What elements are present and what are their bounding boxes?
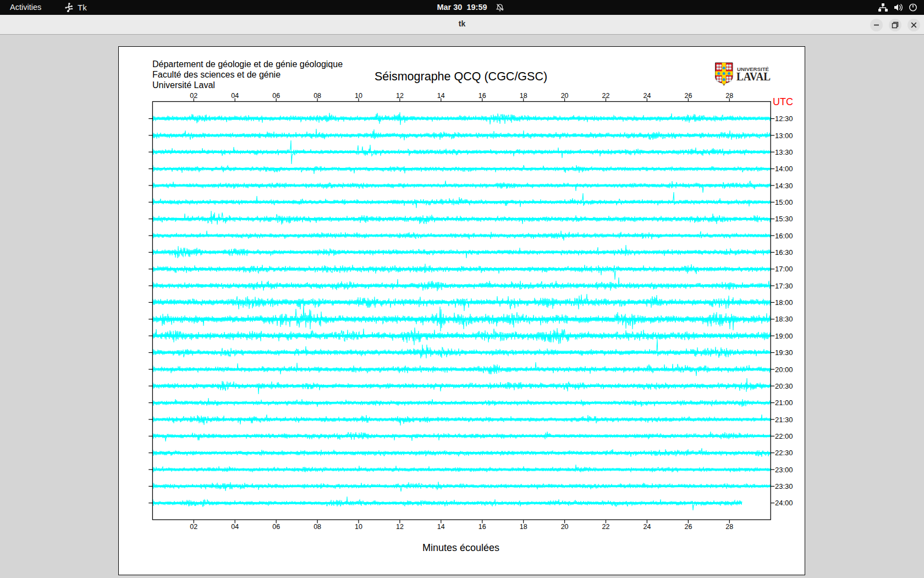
svg-text:26: 26 xyxy=(684,522,692,530)
svg-text:10: 10 xyxy=(355,522,362,530)
svg-text:17:00: 17:00 xyxy=(775,265,793,273)
svg-text:12:30: 12:30 xyxy=(775,114,793,123)
svg-text:10: 10 xyxy=(355,92,362,100)
svg-text:20:30: 20:30 xyxy=(775,381,793,390)
svg-text:20:00: 20:00 xyxy=(775,365,793,373)
svg-text:15:30: 15:30 xyxy=(775,215,793,223)
svg-text:21:00: 21:00 xyxy=(775,399,793,407)
svg-text:16:30: 16:30 xyxy=(775,248,793,257)
svg-text:24: 24 xyxy=(643,92,651,100)
svg-text:22: 22 xyxy=(602,522,609,530)
svg-text:Minutes écoulées: Minutes écoulées xyxy=(422,542,499,553)
svg-text:23:00: 23:00 xyxy=(775,465,793,473)
svg-text:14:30: 14:30 xyxy=(775,181,793,189)
svg-text:22:30: 22:30 xyxy=(775,449,793,457)
svg-text:17:30: 17:30 xyxy=(775,281,793,290)
svg-text:14:00: 14:00 xyxy=(775,165,793,173)
svg-text:18:00: 18:00 xyxy=(775,298,793,307)
svg-text:UTC: UTC xyxy=(773,96,793,107)
svg-text:13:30: 13:30 xyxy=(775,148,793,156)
svg-text:02: 02 xyxy=(190,522,197,530)
svg-text:14: 14 xyxy=(437,522,444,530)
svg-text:08: 08 xyxy=(314,92,321,100)
svg-text:23:30: 23:30 xyxy=(775,482,793,490)
svg-text:16: 16 xyxy=(478,522,486,530)
svg-text:02: 02 xyxy=(190,92,197,100)
svg-text:06: 06 xyxy=(272,92,280,100)
svg-text:20: 20 xyxy=(560,92,568,100)
svg-text:LAVAL: LAVAL xyxy=(736,69,771,83)
svg-text:18:30: 18:30 xyxy=(775,315,793,323)
svg-text:14: 14 xyxy=(437,92,444,100)
svg-text:28: 28 xyxy=(725,522,733,530)
svg-text:12: 12 xyxy=(395,522,403,530)
svg-text:Séismographe QCQ (CGC/GSC): Séismographe QCQ (CGC/GSC) xyxy=(374,69,547,83)
svg-text:08: 08 xyxy=(314,522,321,530)
svg-text:Faculté des sciences et de gén: Faculté des sciences et de génie xyxy=(152,69,280,79)
svg-text:26: 26 xyxy=(684,92,692,100)
svg-text:18: 18 xyxy=(519,92,527,100)
svg-text:24: 24 xyxy=(643,522,651,530)
svg-text:15:00: 15:00 xyxy=(775,198,793,206)
svg-text:Université Laval: Université Laval xyxy=(152,80,215,89)
svg-text:16:00: 16:00 xyxy=(775,231,793,239)
svg-text:20: 20 xyxy=(560,522,568,530)
svg-text:21:30: 21:30 xyxy=(775,415,793,423)
svg-text:22: 22 xyxy=(602,92,609,100)
svg-text:04: 04 xyxy=(231,522,239,530)
svg-text:24:00: 24:00 xyxy=(775,499,793,507)
svg-text:13:00: 13:00 xyxy=(775,131,793,139)
svg-text:18: 18 xyxy=(519,522,527,530)
svg-text:16: 16 xyxy=(478,92,486,100)
svg-text:06: 06 xyxy=(272,522,280,530)
svg-text:12: 12 xyxy=(395,92,403,100)
svg-text:04: 04 xyxy=(231,92,239,100)
svg-text:Département de géologie et de: Département de géologie et de génie géol… xyxy=(152,59,343,68)
svg-text:19:00: 19:00 xyxy=(775,331,793,340)
svg-text:28: 28 xyxy=(725,92,733,100)
svg-text:22:00: 22:00 xyxy=(775,432,793,440)
svg-text:19:30: 19:30 xyxy=(775,348,793,357)
